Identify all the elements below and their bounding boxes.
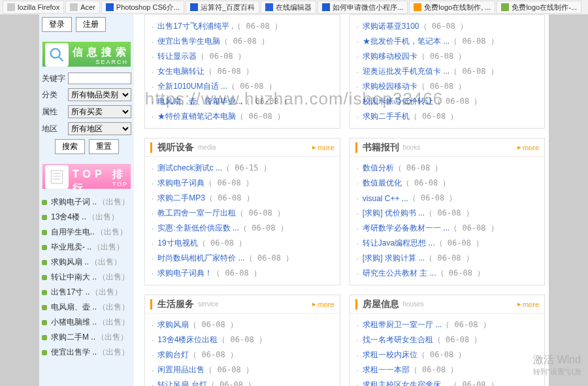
item-link[interactable]: 迎奥运批发手机充值卡 ... xyxy=(363,66,449,77)
item-link[interactable]: 教工四舍一室一厅出租 xyxy=(157,208,236,219)
rank-link[interactable]: 毕业甩卖- .. xyxy=(51,242,91,253)
item-link[interactable]: [求购] 优价购书 ... xyxy=(363,208,425,219)
rank-link[interactable]: 自用学生电.. xyxy=(51,227,95,238)
rank-link[interactable]: 13舍4楼 .. xyxy=(51,212,86,223)
browser-tab[interactable]: 如何申请微信小程序... xyxy=(318,1,408,14)
list-item: ·求购风扇 （ 06-08 ） xyxy=(152,317,333,332)
item-link[interactable]: ★特价直销笔记本电脑 xyxy=(157,111,236,122)
list-item: ·求租带厨卫一室一厅 ... （ 06-08 ） xyxy=(357,317,538,332)
item-link[interactable]: 全新1010UM自适 ... xyxy=(157,81,227,92)
more-link[interactable]: more xyxy=(517,300,539,308)
item-link[interactable]: 求购二手MP3 xyxy=(157,193,205,204)
rank-item[interactable]: 毕业甩卖- ..（出售） xyxy=(42,240,131,255)
browser-tab[interactable]: 运算符_百度百科 xyxy=(186,1,259,14)
item-date: （ 06-08 ） xyxy=(433,334,482,346)
item-link[interactable]: 女生电脑转让 xyxy=(157,66,204,77)
item-date: （ 06-08 ） xyxy=(205,193,254,204)
item-link[interactable]: 求租带厨卫一室一厅 ... xyxy=(363,319,442,330)
item-link[interactable]: 校园卡帐号低价转让 xyxy=(363,96,433,107)
browser-tab[interactable]: 免费logo在线制作-... xyxy=(497,1,581,14)
item-link[interactable]: 求购二手手机 xyxy=(363,111,410,122)
svg-line-1 xyxy=(59,57,63,61)
rank-link[interactable]: 求购二手M .. xyxy=(51,332,95,343)
item-link[interactable]: 转让Java编程思想 ... xyxy=(363,238,435,249)
rank-item[interactable]: 出售17寸 ..（出售） xyxy=(42,285,131,300)
rank-link[interactable]: 电风扇、壶 .. xyxy=(51,302,97,313)
category-select[interactable]: 所有物品类别 xyxy=(68,88,131,101)
item-link[interactable]: 研究生公共教材 主 ... xyxy=(363,268,436,279)
browser-tab[interactable]: 免费logo在线制作, ... xyxy=(409,1,495,14)
item-link[interactable]: [求购] 求购计算 ... xyxy=(363,253,425,264)
item-link[interactable]: 测试check测试c ... xyxy=(157,163,222,174)
item-link[interactable]: 求租一校内床位 xyxy=(363,349,417,361)
browser-tab[interactable]: 在线编辑器 xyxy=(261,1,316,14)
dot-icon: · xyxy=(152,164,154,173)
section: more·求购诺基亚3100 （ 06-08 ）·★批发价手机，笔记本 ... … xyxy=(350,14,546,129)
rank-item[interactable]: 求购风扇 ..（出售） xyxy=(42,255,131,270)
item-link[interactable]: 转让风扇,台灯 xyxy=(157,379,206,386)
rank-item[interactable]: 自用学生电..（出售） xyxy=(42,225,131,240)
item-link[interactable]: 闲置用品出售 xyxy=(157,364,204,376)
accent-bar-icon xyxy=(355,142,357,153)
item-link[interactable]: 19寸电视机 xyxy=(157,238,197,249)
item-date: （ 06-08 ） xyxy=(449,66,498,77)
rank-link[interactable]: 便宜出售学 .. xyxy=(51,347,97,358)
item-link[interactable]: 转让显示器 xyxy=(157,51,197,62)
rank-item[interactable]: 求购电子词 ..（出售） xyxy=(42,195,131,210)
rank-item[interactable]: 转让中南大 ..（出售） xyxy=(42,270,131,285)
area-select[interactable]: 所有地区 xyxy=(68,122,131,135)
register-button[interactable]: 注册 xyxy=(76,17,106,32)
browser-tab[interactable]: lozilla Firefox xyxy=(3,1,64,14)
item-link[interactable]: 求购校园移动卡 xyxy=(363,81,417,92)
item-link[interactable]: ★批发价手机，笔记本 ... xyxy=(363,36,449,47)
dot-icon: · xyxy=(357,336,359,345)
item-link[interactable]: 考研数学必备教材一一 ... xyxy=(363,223,449,234)
item-link[interactable]: 13舍4楼床位出租 xyxy=(157,334,218,346)
dot-icon: · xyxy=(152,194,154,203)
rank-link[interactable]: 出售17寸 .. xyxy=(51,287,90,298)
item-link[interactable]: 实惠:全新低价供应数 ... xyxy=(157,223,239,234)
keyword-input[interactable] xyxy=(68,72,131,84)
rank-item[interactable]: 求购二手M ..（出售） xyxy=(42,330,131,345)
item-link[interactable]: 求购电子词典 xyxy=(157,178,204,189)
browser-tab[interactable]: Acer xyxy=(65,1,100,14)
item-date: （ 06-08 ） xyxy=(417,81,466,92)
item-link[interactable]: 找一名考研女生合租 xyxy=(363,334,433,346)
section-subtitle: books xyxy=(403,144,421,151)
reset-button[interactable]: 重置 xyxy=(89,139,119,154)
item-link[interactable]: 出售17寸飞利浦纯平 . xyxy=(157,21,233,32)
item-link[interactable]: 求购电子词典！ xyxy=(157,268,212,279)
item-link[interactable]: 求购台灯 xyxy=(157,349,189,361)
dot-icon: · xyxy=(152,336,154,345)
item-link[interactable]: 时尚数码相机厂家特价 ... xyxy=(157,253,244,264)
favicon-icon xyxy=(501,3,509,11)
item-link[interactable]: 求租主校区女生宿舍床 ... xyxy=(363,379,449,386)
more-link[interactable]: more xyxy=(517,143,539,152)
attr-select[interactable]: 所有买卖 xyxy=(68,105,131,118)
item-link[interactable]: 求租一一本部 xyxy=(363,364,410,376)
dot-icon: · xyxy=(152,224,154,233)
rank-item[interactable]: 便宜出售学 ..（出售） xyxy=(42,345,131,360)
item-link[interactable]: 求购风扇 xyxy=(157,319,189,330)
rank-item[interactable]: 13舍4楼 ..（出售） xyxy=(42,210,131,225)
item-link[interactable]: 数值分析 xyxy=(363,163,394,174)
rank-link[interactable]: 小猪电脑维 .. xyxy=(51,317,97,328)
rank-link[interactable]: 转让中南大 .. xyxy=(51,272,97,283)
item-link[interactable]: 电风扇、壶、音箱毕业... xyxy=(157,96,242,107)
rank-link[interactable]: 求购电子词 .. xyxy=(51,197,97,208)
rank-link[interactable]: 求购风扇 .. xyxy=(51,257,89,268)
search-button[interactable]: 搜索 xyxy=(55,139,85,154)
item-link[interactable]: 求购诺基亚3100 xyxy=(363,21,419,32)
item-link[interactable]: 求购移动校园卡 xyxy=(363,51,417,62)
item-link[interactable]: 数值最优化 xyxy=(363,178,402,189)
item-link[interactable]: 便宜出售学生电脑 xyxy=(157,36,220,47)
login-button[interactable]: 登录 xyxy=(42,17,72,32)
rank-item[interactable]: 电风扇、壶 ..（出售） xyxy=(42,300,131,315)
browser-tab[interactable]: Photoshop CS6介... xyxy=(101,1,184,14)
more-link[interactable]: more xyxy=(312,300,334,308)
rank-item[interactable]: 小猪电脑维 ..（出售） xyxy=(42,315,131,330)
more-link[interactable]: more xyxy=(312,143,334,152)
item-link[interactable]: visual C++ ... xyxy=(363,194,408,203)
section-header: 生活服务servicemore xyxy=(145,295,340,314)
dot-icon: · xyxy=(357,179,359,188)
